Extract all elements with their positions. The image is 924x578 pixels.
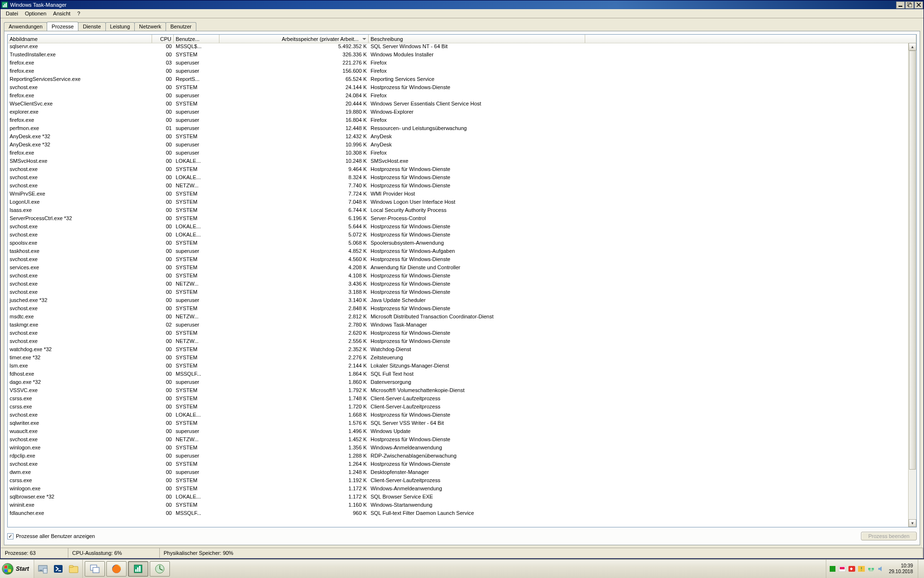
col-cpu[interactable]: CPU bbox=[152, 35, 174, 43]
table-row[interactable]: svchost.exe00NETZW...1.452 KHostprozess … bbox=[8, 436, 909, 444]
table-row[interactable]: firefox.exe03superuser221.276 KFirefox bbox=[8, 59, 909, 67]
col-name[interactable]: Abbildname bbox=[8, 35, 152, 43]
table-row[interactable]: fdlauncher.exe00MSSQLF...960 KSQL Full-t… bbox=[8, 510, 909, 518]
scroll-down-button[interactable]: ▼ bbox=[909, 519, 916, 527]
table-row[interactable]: taskmgr.exe02superuser2.780 KWindows Tas… bbox=[8, 321, 909, 329]
table-row[interactable]: services.exe00SYSTEM4.208 KAnwendung für… bbox=[8, 264, 909, 272]
tray-anydesk-icon[interactable] bbox=[848, 565, 855, 572]
task-taskmanager[interactable] bbox=[128, 561, 148, 577]
vertical-scrollbar[interactable]: ▲ ▼ bbox=[908, 43, 916, 527]
table-row[interactable]: wuauclt.exe00superuser1.496 KWindows Upd… bbox=[8, 428, 909, 436]
start-button[interactable]: Start bbox=[0, 560, 34, 578]
table-row[interactable]: sqlbrowser.exe *3200LOKALE...1.172 KSQL … bbox=[8, 493, 909, 501]
table-row[interactable]: sqlwriter.exe00SYSTEM1.576 KSQL Server V… bbox=[8, 420, 909, 428]
tab-benutzer[interactable]: Benutzer bbox=[166, 22, 196, 31]
table-row[interactable]: svchost.exe00NETZW...7.740 KHostprozess … bbox=[8, 182, 909, 190]
table-row[interactable]: firefox.exe00superuser10.308 KFirefox bbox=[8, 149, 909, 158]
list-body[interactable]: sqlservr.exe00MSSQL$...5.492.352 KSQL Se… bbox=[8, 43, 909, 527]
show-desktop-button[interactable] bbox=[918, 560, 924, 578]
table-row[interactable]: firefox.exe00superuser156.600 KFirefox bbox=[8, 67, 909, 76]
table-row[interactable]: dwm.exe00superuser1.248 KDesktopfenster-… bbox=[8, 469, 909, 477]
col-user[interactable]: Benutze... bbox=[174, 35, 219, 43]
table-row[interactable]: VSSVC.exe00SYSTEM1.792 KMicrosoft® Volum… bbox=[8, 387, 909, 395]
tray-update-icon[interactable] bbox=[858, 565, 865, 572]
table-row[interactable]: spoolsv.exe00SYSTEM5.068 KSpoolersubsyst… bbox=[8, 239, 909, 248]
end-process-button[interactable]: Prozess beenden bbox=[861, 532, 917, 540]
close-button[interactable] bbox=[914, 1, 923, 9]
table-row[interactable]: WseClientSvc.exe00SYSTEM20.444 KWindows … bbox=[8, 100, 909, 108]
quick-launch-powershell[interactable] bbox=[51, 562, 65, 576]
table-row[interactable]: ReportingServicesService.exe00ReportS...… bbox=[8, 76, 909, 84]
table-row[interactable]: svchost.exe00SYSTEM2.620 KHostprozess fü… bbox=[8, 329, 909, 338]
table-row[interactable]: AnyDesk.exe *3200superuser10.996 KAnyDes… bbox=[8, 141, 909, 149]
table-row[interactable]: msdtc.exe00NETZW...2.812 KMicrosoft Dist… bbox=[8, 313, 909, 321]
table-row[interactable]: svchost.exe00SYSTEM4.108 KHostprozess fü… bbox=[8, 272, 909, 280]
table-row[interactable]: svchost.exe00LOKALE...8.324 KHostprozess… bbox=[8, 174, 909, 182]
table-row[interactable]: csrss.exe00SYSTEM1.192 KClient-Server-La… bbox=[8, 477, 909, 485]
table-row[interactable]: fdhost.exe00MSSQLF...1.864 KSQL Full Tex… bbox=[8, 370, 909, 379]
table-row[interactable]: dago.exe *3200superuser1.860 KDatenverso… bbox=[8, 379, 909, 387]
tab-leistung[interactable]: Leistung bbox=[105, 22, 135, 31]
task-window-1[interactable] bbox=[85, 561, 105, 577]
table-row[interactable]: svchost.exe00SYSTEM9.464 KHostprozess fü… bbox=[8, 166, 909, 174]
table-row[interactable]: AnyDesk.exe *3200SYSTEM12.432 KAnyDesk bbox=[8, 133, 909, 141]
quick-launch-explorer[interactable] bbox=[67, 562, 80, 576]
menu-view[interactable]: Ansicht bbox=[50, 10, 74, 17]
table-row[interactable]: svchost.exe00SYSTEM24.144 KHostprozess f… bbox=[8, 84, 909, 92]
menu-help[interactable]: ? bbox=[74, 10, 83, 17]
table-row[interactable]: lsm.exe00SYSTEM2.144 KLokaler Sitzungs-M… bbox=[8, 362, 909, 370]
table-row[interactable]: taskhost.exe00superuser4.852 KHostprozes… bbox=[8, 248, 909, 256]
table-row[interactable]: winlogon.exe00SYSTEM1.356 KWindows-Anmel… bbox=[8, 444, 909, 452]
table-row[interactable]: csrss.exe00SYSTEM1.720 KClient-Server-La… bbox=[8, 403, 909, 411]
table-row[interactable]: SMSvcHost.exe00LOKALE...10.248 KSMSvcHos… bbox=[8, 158, 909, 166]
table-row[interactable]: LogonUI.exe00SYSTEM7.048 KWindows Logon … bbox=[8, 198, 909, 207]
clock[interactable]: 10:39 29.10.2018 bbox=[887, 563, 915, 575]
tab-anwendungen[interactable]: Anwendungen bbox=[4, 22, 47, 31]
quick-launch-server-manager[interactable] bbox=[36, 562, 50, 576]
table-row[interactable]: svchost.exe00SYSTEM1.264 KHostprozess fü… bbox=[8, 460, 909, 469]
menu-file[interactable]: Datei bbox=[2, 10, 22, 17]
tab-dienste[interactable]: Dienste bbox=[78, 22, 105, 31]
tray-volume-icon[interactable] bbox=[877, 565, 884, 572]
table-row[interactable]: svchost.exe00SYSTEM4.560 KHostprozess fü… bbox=[8, 256, 909, 264]
tray-network-icon[interactable] bbox=[868, 565, 874, 572]
table-row[interactable]: svchost.exe00SYSTEM3.188 KHostprozess fü… bbox=[8, 289, 909, 297]
table-row[interactable]: firefox.exe00superuser16.804 KFirefox bbox=[8, 117, 909, 125]
task-perfmon[interactable] bbox=[150, 561, 170, 577]
table-row[interactable]: jusched.exe *3200superuser3.140 KJava Up… bbox=[8, 297, 909, 305]
table-row[interactable]: svchost.exe00LOKALE...1.668 KHostprozess… bbox=[8, 411, 909, 420]
task-firefox[interactable] bbox=[106, 561, 127, 577]
table-row[interactable]: rdpclip.exe00superuser1.288 KRDP-Zwische… bbox=[8, 452, 909, 460]
table-row[interactable]: explorer.exe00superuser19.880 KWindows-E… bbox=[8, 108, 909, 117]
table-row[interactable]: timer.exe *3200SYSTEM2.276 KZeitsteuerun… bbox=[8, 354, 909, 362]
table-row[interactable]: WmiPrvSE.exe00SYSTEM7.724 KWMI Provider … bbox=[8, 190, 909, 198]
table-row[interactable]: wininit.exe00SYSTEM1.160 KWindows-Starta… bbox=[8, 501, 909, 510]
show-all-users-checkbox[interactable]: ✓ Prozesse aller Benutzer anzeigen bbox=[7, 533, 95, 539]
tab-netzwerk[interactable]: Netzwerk bbox=[134, 22, 166, 31]
table-row[interactable]: svchost.exe00LOKALE...5.072 KHostprozess… bbox=[8, 231, 909, 239]
table-row[interactable]: svchost.exe00LOKALE...5.644 KHostprozess… bbox=[8, 223, 909, 231]
table-row[interactable]: svchost.exe00NETZW...2.556 KHostprozess … bbox=[8, 338, 909, 346]
table-row[interactable]: firefox.exe00superuser24.084 KFirefox bbox=[8, 92, 909, 100]
table-row[interactable]: perfmon.exe01superuser12.448 KRessourcen… bbox=[8, 125, 909, 133]
table-row[interactable]: lsass.exe00SYSTEM6.744 KLocal Security A… bbox=[8, 207, 909, 215]
table-row[interactable]: sqlservr.exe00MSSQL$...5.492.352 KSQL Se… bbox=[8, 43, 909, 51]
scroll-up-button[interactable]: ▲ bbox=[909, 43, 916, 51]
maximize-button[interactable] bbox=[905, 1, 914, 9]
menu-options[interactable]: Optionen bbox=[22, 10, 50, 17]
table-row[interactable]: csrss.exe00SYSTEM1.748 KClient-Server-La… bbox=[8, 395, 909, 403]
process-list[interactable]: Abbildname CPU Benutze... Arbeitsspeiche… bbox=[7, 34, 917, 527]
table-row[interactable]: TrustedInstaller.exe00SYSTEM326.336 KWin… bbox=[8, 51, 909, 59]
table-row[interactable]: svchost.exe00SYSTEM2.848 KHostprozess fü… bbox=[8, 305, 909, 313]
col-description[interactable]: Beschreibung bbox=[369, 35, 585, 43]
tab-prozesse[interactable]: Prozesse bbox=[47, 22, 78, 31]
tray-flag-icon[interactable] bbox=[839, 565, 846, 572]
title-bar[interactable]: Windows Task-Manager bbox=[0, 0, 924, 9]
col-memory[interactable]: Arbeitsspeicher (privater Arbeit... bbox=[219, 35, 369, 43]
scroll-thumb[interactable] bbox=[909, 51, 916, 470]
table-row[interactable]: ServerProcessCtrl.exe *3200SYSTEM6.196 K… bbox=[8, 215, 909, 223]
table-row[interactable]: watchdog.exe *3200SYSTEM2.352 KWatchdog-… bbox=[8, 346, 909, 354]
minimize-button[interactable] bbox=[896, 1, 905, 9]
table-row[interactable]: winlogon.exe00SYSTEM1.172 KWindows-Anmel… bbox=[8, 485, 909, 493]
table-row[interactable]: svchost.exe00NETZW...3.436 KHostprozess … bbox=[8, 280, 909, 289]
